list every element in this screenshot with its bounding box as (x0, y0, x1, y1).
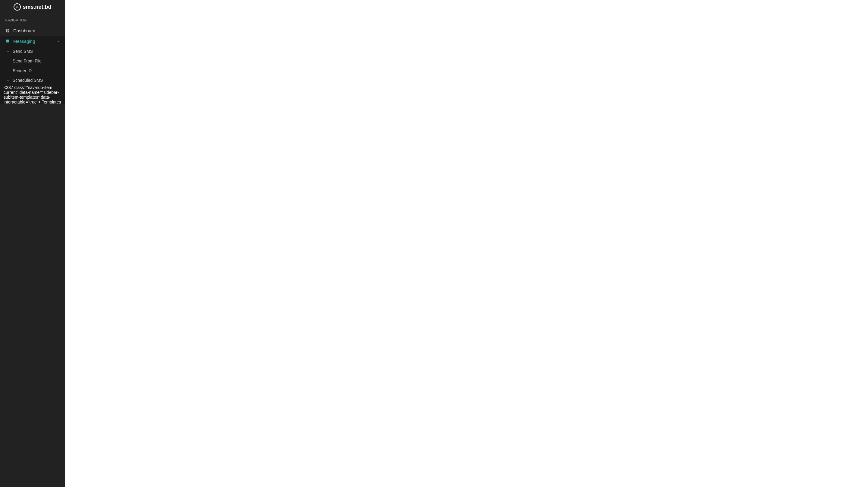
sidebar-item-label: Send SMS (13, 49, 33, 54)
sidebar-item-label: Dashboard (13, 28, 35, 33)
messaging-submenu: Send SMS Send From File Sender ID Schedu… (0, 47, 65, 105)
sidebar-item-label: Scheduled SMS (13, 78, 43, 83)
sidebar-item-dashboard[interactable]: Dashboard (0, 25, 65, 36)
dashboard-icon (5, 29, 10, 33)
chat-icon (5, 39, 10, 44)
chevron-down-icon (56, 39, 60, 43)
sidebar-subitem-send-sms[interactable]: Send SMS (4, 47, 65, 56)
sidebar: ☺ sms.net.bd NAVIGATION Dashboard Messag… (0, 0, 65, 487)
sidebar-subitem-send-from-file[interactable]: Send From File (4, 56, 65, 66)
logo-text: sms.net.bd (23, 4, 51, 10)
sidebar-item-label: Sender ID (13, 68, 32, 73)
logo-icon: ☺ (13, 3, 21, 10)
sidebar-item-label: Messaging (13, 39, 35, 44)
logo-area: ☺ sms.net.bd (0, 0, 65, 14)
sidebar-item-label: Send From File (13, 59, 41, 63)
sidebar-item-messaging[interactable]: Messaging (0, 36, 65, 47)
sidebar-item-label: Templates (41, 99, 61, 105)
nav-heading: NAVIGATION (0, 14, 65, 25)
logo[interactable]: ☺ sms.net.bd (13, 3, 51, 10)
sidebar-subitem-sender-id[interactable]: Sender ID (4, 66, 65, 76)
sidebar-subitem-scheduled-sms[interactable]: Scheduled SMS (4, 76, 65, 85)
